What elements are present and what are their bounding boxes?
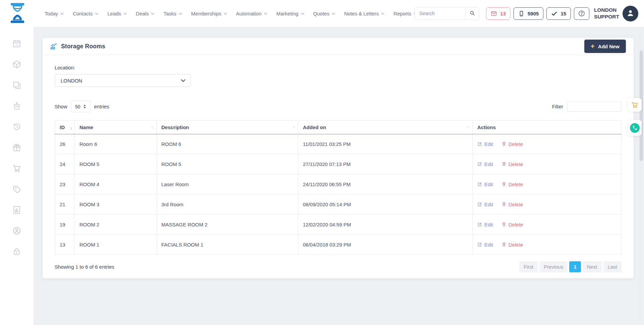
column-header-id[interactable]: ID ↑↓ [55,121,75,134]
app-logo[interactable] [9,3,25,24]
sidebar-item-copy[interactable] [12,80,21,90]
cell-description: ROOM 6 [157,134,298,154]
cell-actions: Edit Delete [473,154,622,174]
column-header-added-on[interactable]: Added on ↑↓ [298,121,473,134]
page-btn-next[interactable]: Next [583,261,602,272]
fab-cart[interactable] [628,98,642,112]
edit-link[interactable]: Edit [477,242,493,248]
nav-item-leads[interactable]: Leads [107,11,127,16]
chevron-down-icon [179,13,182,15]
sidebar-item-price-tag[interactable]: $ [12,184,21,194]
nav-item-label: Leads [107,11,121,16]
sort-icon: ↑↓ [151,125,153,129]
delete-link[interactable]: Delete [501,242,523,248]
delete-link[interactable]: Delete [501,222,523,228]
cell-description: ROOM 5 [157,154,298,174]
nav-item-reports[interactable]: Reports [393,11,417,16]
nav-item-memberships[interactable]: Memberships [191,11,227,16]
nav-item-deals[interactable]: Deals [136,11,154,16]
user-avatar[interactable] [623,6,638,21]
nav-item-label: Reports [393,11,411,16]
calendar-icon: 12 [12,39,21,48]
nav-item-today[interactable]: Today [45,11,64,16]
page-btn-previous[interactable]: Previous [539,261,568,272]
sidebar: 12$ [0,27,34,325]
gift-icon [12,143,21,152]
person-icon [626,8,635,19]
sort-icon: ↑↓ [292,125,295,129]
cell-added-on: 24/11/2020 06:55 PM [298,174,473,195]
edit-link[interactable]: Edit [477,141,493,147]
help-button[interactable] [574,7,589,20]
page-btn-last[interactable]: Last [603,261,622,272]
card-header: Storage Rooms + Add New [43,38,634,55]
chevron-down-icon [301,13,304,15]
edit-link[interactable]: Edit [477,202,493,208]
edit-link[interactable]: Edit [477,181,493,187]
delete-link[interactable]: Delete [501,161,523,167]
sidebar-item-report-chart[interactable] [12,205,21,215]
chevron-down-icon [181,79,185,82]
cell-id: 13 [55,235,75,255]
cell-actions: Edit Delete [473,134,622,154]
nav-item-quotes[interactable]: Quotes [313,11,335,16]
nav-item-automation[interactable]: Automation [236,11,267,16]
cell-actions: Edit Delete [473,235,622,255]
edit-link[interactable]: Edit [477,222,493,228]
history-icon [12,122,21,131]
filter-input[interactable] [567,102,622,112]
trash-icon [501,141,506,147]
sidebar-item-cart[interactable] [12,164,21,173]
table-row: 21 ROOM 3 3rd Room 08/09/2020 05:14 PM E… [55,195,622,215]
nav-item-marketing[interactable]: Marketing [276,11,304,16]
indicator-smartphone[interactable]: 5905 [514,7,543,20]
page-btn-1[interactable]: 1 [569,261,581,272]
smartphone-icon [518,10,525,17]
scrollbar-track[interactable] [639,27,644,325]
delete-link[interactable]: Delete [501,202,523,208]
nav-item-contacts[interactable]: Contacts [73,11,98,16]
sort-icon: ↑↓ [69,126,71,130]
search-button[interactable] [466,7,479,20]
sidebar-item-lock[interactable] [12,247,21,256]
lock-icon [12,247,21,256]
sidebar-item-shopping-bag[interactable] [12,101,21,111]
page-btn-first[interactable]: First [519,261,538,272]
cell-name: ROOM 2 [75,215,157,235]
sidebar-item-user-circle[interactable] [12,226,21,235]
edit-link[interactable]: Edit [477,161,493,167]
cell-name: Room 6 [75,134,157,154]
cell-added-on: 06/04/2018 03:29 PM [298,235,473,255]
show-label: Show [55,104,67,109]
sidebar-item-calendar[interactable]: 12 [12,39,21,48]
indicator-envelope[interactable]: 13 [486,7,511,20]
sidebar-item-history[interactable] [12,122,21,131]
location-select[interactable]: LONDON [55,74,191,87]
chevron-down-icon [60,13,64,15]
delete-link[interactable]: Delete [501,141,523,147]
column-header-description[interactable]: Description ↑↓ [157,121,298,134]
cell-description: FACIALS ROOM 1 [157,235,298,255]
delete-link[interactable]: Delete [501,181,523,187]
cell-name: ROOM 1 [75,235,157,255]
nav-item-label: Memberships [191,11,221,16]
nav-item-notes-letters[interactable]: Notes & Letters [344,11,384,16]
cell-added-on: 11/01/2021 03:25 PM [298,134,473,154]
storage-rooms-card: Storage Rooms + Add New Location: LONDON… [43,38,634,278]
edit-icon [477,141,482,147]
filter-control: Filter [552,102,622,112]
nav-item-tasks[interactable]: Tasks [163,11,182,16]
pagination: FirstPrevious1NextLast [519,261,622,272]
sidebar-item-cube[interactable] [12,60,21,69]
sidebar-item-gift[interactable] [12,143,21,152]
indicator-checkmark[interactable]: 15 [546,7,571,20]
table-row: 26 Room 6 ROOM 6 11/01/2021 03:25 PM Edi… [55,134,622,154]
trash-icon [501,202,506,208]
cell-description: Laser Room [157,174,298,195]
fab-phone[interactable] [628,120,642,136]
page-size-select[interactable]: 50 [71,101,91,112]
column-header-name[interactable]: Name ↑↓ [75,121,157,134]
add-new-button[interactable]: + Add New [584,40,626,53]
search-input[interactable] [415,7,466,20]
cart-icon [12,164,21,173]
